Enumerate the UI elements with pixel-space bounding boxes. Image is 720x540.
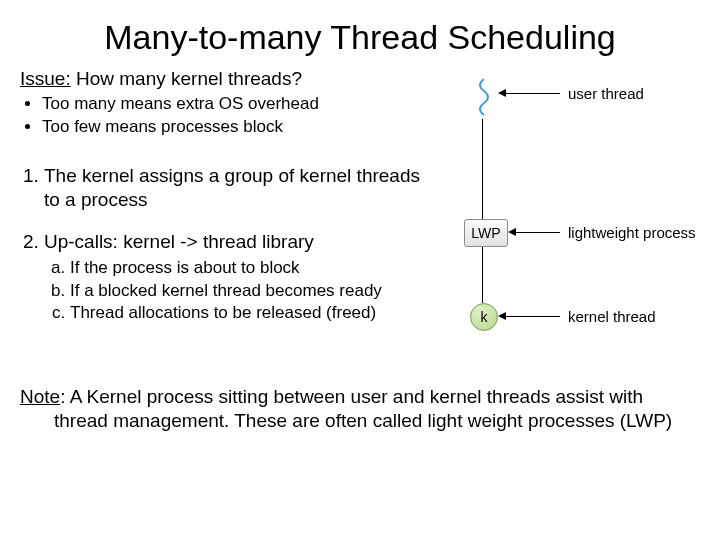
list-item: Up-calls: kernel -> thread library If th… [44,230,428,324]
list-item: The kernel assigns a group of kernel thr… [44,164,428,213]
list-item: Too few means processes block [42,116,428,138]
slide: Many-to-many Thread Scheduling Issue: Ho… [0,0,720,540]
numbered-text: The kernel assigns a group of kernel thr… [44,165,420,210]
issue-label: Issue: [20,68,71,89]
list-item: If a blocked kernel thread becomes ready [70,280,428,302]
connector-line [482,119,483,219]
note-label: Note [20,386,60,407]
issue-line: Issue: How many kernel threads? [20,67,428,91]
lwp-box: LWP [464,219,508,247]
issue-text: How many kernel threads? [71,68,302,89]
slide-title: Many-to-many Thread Scheduling [0,0,720,67]
list-item: If the process is about to block [70,257,428,279]
issue-bullets: Too many means extra OS overhead Too few… [20,93,428,138]
arrow-icon [514,232,560,233]
list-item: Thread allocations to be released (freed… [70,302,428,324]
connector-line [482,247,483,303]
kernel-circle: k [470,303,498,331]
diagram-label-kernel-thread: kernel thread [568,308,656,325]
list-item: Too many means extra OS overhead [42,93,428,115]
diagram-label-lwp: lightweight process [568,224,696,241]
user-thread-icon [470,75,498,119]
text-column: Issue: How many kernel threads? Too many… [0,67,428,342]
arrow-icon [504,93,560,94]
slide-body: Issue: How many kernel threads? Too many… [0,67,720,371]
diagram-label-user-thread: user thread [568,85,644,102]
sub-list: If the process is about to block If a bl… [44,257,428,324]
diagram: user thread LWP lightweight process k ke… [428,71,698,371]
note-text: : A Kernel process sitting between user … [54,386,672,431]
numbered-list: The kernel assigns a group of kernel thr… [20,164,428,324]
numbered-text: Up-calls: kernel -> thread library [44,231,314,252]
arrow-icon [504,316,560,317]
note-line: Note: A Kernel process sitting between u… [20,385,700,434]
note-block: Note: A Kernel process sitting between u… [0,371,720,434]
